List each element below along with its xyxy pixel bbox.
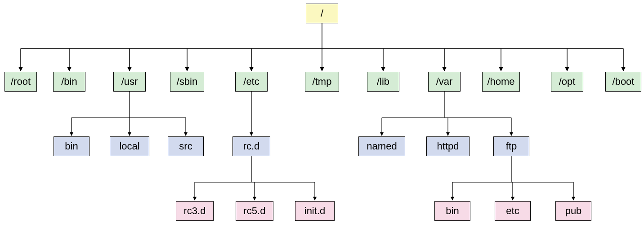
node-bin: /bin bbox=[53, 72, 85, 92]
node-ftp-pub: pub bbox=[555, 201, 591, 221]
node-var-ftp: ftp bbox=[493, 136, 529, 156]
node-rc5d: rc5.d bbox=[236, 201, 273, 221]
node-var: /var bbox=[428, 72, 461, 92]
node-tmp: /tmp bbox=[305, 72, 339, 92]
node-var-httpd: httpd bbox=[426, 136, 470, 156]
node-home: /home bbox=[482, 72, 520, 92]
node-root: / bbox=[306, 4, 338, 23]
node-usr-local: local bbox=[110, 136, 149, 156]
node-initd: init.d bbox=[295, 201, 335, 221]
node-boot: /boot bbox=[605, 72, 641, 92]
filesystem-tree-diagram: / /root /bin /usr /sbin /etc /tmp /lib /… bbox=[0, 0, 644, 237]
node-sbin: /sbin bbox=[170, 72, 204, 92]
node-etc: /etc bbox=[235, 72, 268, 92]
node-usr: /usr bbox=[113, 72, 146, 92]
node-ftp-etc: etc bbox=[495, 201, 531, 221]
node-usr-src: src bbox=[168, 136, 204, 156]
node-usr-bin: bin bbox=[54, 136, 89, 156]
node-root-dir: /root bbox=[4, 72, 37, 92]
node-lib: /lib bbox=[367, 72, 399, 92]
node-rc3d: rc3.d bbox=[176, 201, 214, 221]
node-var-named: named bbox=[358, 136, 405, 156]
node-opt: /opt bbox=[551, 72, 583, 92]
node-ftp-bin: bin bbox=[434, 201, 470, 221]
node-etc-rcd: rc.d bbox=[233, 136, 270, 156]
